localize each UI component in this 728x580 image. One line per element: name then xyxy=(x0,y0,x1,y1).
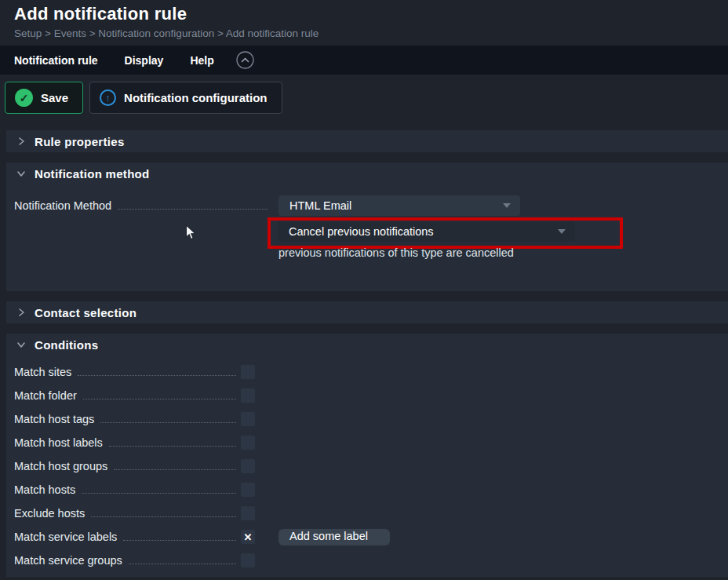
match-service-labels-checkbox[interactable]: ✕ xyxy=(241,530,255,544)
dropdown-arrow-icon xyxy=(503,203,511,208)
section-contact-selection: Contact selection xyxy=(6,301,728,323)
condition-label: Match host labels xyxy=(14,436,103,449)
dotted-leader xyxy=(114,461,236,470)
dotted-leader xyxy=(78,367,236,376)
condition-row-exclude-hosts: Exclude hosts xyxy=(6,502,728,525)
section-conditions: Conditions Match sites Match folder Matc… xyxy=(6,334,728,577)
dotted-leader xyxy=(109,438,236,447)
toolbar: ✓ Save ↑ Notification configuration xyxy=(0,75,728,114)
condition-row-match-host-tags: Match host tags xyxy=(6,407,728,431)
menu-help[interactable]: Help xyxy=(190,54,213,67)
dotted-leader xyxy=(129,556,236,564)
section-header-conditions[interactable]: Conditions xyxy=(6,334,728,356)
page-header: Add notification rule Setup > Events > N… xyxy=(0,0,728,46)
match-host-groups-checkbox[interactable] xyxy=(241,459,255,473)
section-rule-properties: Rule properties xyxy=(6,130,728,152)
notification-configuration-button[interactable]: ↑ Notification configuration xyxy=(89,82,282,114)
dotted-leader xyxy=(123,532,236,541)
page-title: Add notification rule xyxy=(14,4,714,24)
condition-label: Match host tags xyxy=(14,413,94,425)
condition-label: Match sites xyxy=(14,366,71,378)
match-host-tags-checkbox[interactable] xyxy=(241,412,255,426)
menu-display[interactable]: Display xyxy=(125,54,164,67)
chevron-down-icon xyxy=(16,340,26,349)
condition-label: Match folder xyxy=(14,389,77,402)
chevron-down-icon xyxy=(16,169,26,178)
condition-row-match-host-labels: Match host labels xyxy=(6,431,728,454)
notification-configuration-label: Notification configuration xyxy=(124,91,267,104)
notification-method-label: Notification Method xyxy=(14,199,111,212)
condition-row-match-service-labels: Match service labels ✕ Add some label xyxy=(6,525,728,549)
condition-row-match-sites: Match sites xyxy=(6,360,728,384)
section-header-rule-properties[interactable]: Rule properties xyxy=(6,130,728,152)
condition-row-match-service-groups: Match service groups xyxy=(6,549,728,572)
save-button-label: Save xyxy=(41,91,68,104)
match-service-groups-checkbox[interactable] xyxy=(241,553,255,567)
dropdown-arrow-icon xyxy=(558,229,566,234)
condition-row-match-host-groups: Match host groups xyxy=(6,454,728,478)
save-button[interactable]: ✓ Save xyxy=(5,82,83,114)
match-folder-checkbox[interactable] xyxy=(241,388,255,403)
dotted-leader xyxy=(91,509,236,517)
exclude-hosts-checkbox[interactable] xyxy=(241,506,255,520)
match-hosts-checkbox[interactable] xyxy=(241,483,255,497)
chevron-right-icon xyxy=(16,137,26,146)
section-title: Contact selection xyxy=(35,306,136,319)
section-title: Notification method xyxy=(35,167,150,181)
condition-label: Match service groups xyxy=(14,554,122,567)
condition-label: Match hosts xyxy=(14,483,75,496)
match-host-labels-checkbox[interactable] xyxy=(241,436,255,450)
cancel-notifications-select-value: Cancel previous notifications xyxy=(289,225,434,238)
condition-row-match-folder: Match folder xyxy=(6,384,728,407)
conditions-rows: Match sites Match folder Match host tags… xyxy=(6,356,728,572)
menubar: Notification rule Display Help xyxy=(0,46,728,75)
dotted-leader xyxy=(82,485,236,494)
notification-method-select-value: HTML Email xyxy=(289,199,351,212)
dotted-leader xyxy=(118,201,268,210)
dotted-leader xyxy=(83,391,236,399)
up-arrow-circle-icon: ↑ xyxy=(100,89,116,106)
cancel-help-text: previous notifications of this type are … xyxy=(278,246,514,259)
form-content: Rule properties Notification method Noti… xyxy=(6,130,728,577)
section-header-notification-method[interactable]: Notification method xyxy=(6,162,728,184)
notification-method-select[interactable]: HTML Email xyxy=(278,195,520,216)
section-title: Conditions xyxy=(35,338,98,352)
condition-label: Exclude hosts xyxy=(14,507,85,520)
check-circle-icon: ✓ xyxy=(15,89,33,107)
chevron-up-circle-icon[interactable] xyxy=(236,51,254,69)
condition-row-match-hosts: Match hosts xyxy=(6,478,728,502)
match-sites-checkbox[interactable] xyxy=(241,365,255,379)
condition-label: Match service labels xyxy=(14,531,117,543)
section-title: Rule properties xyxy=(35,135,125,148)
service-label-input[interactable]: Add some label xyxy=(278,529,390,545)
cancel-notifications-select[interactable]: Cancel previous notifications xyxy=(278,221,575,242)
chevron-right-icon xyxy=(16,308,26,317)
dotted-leader xyxy=(100,414,236,423)
breadcrumb: Setup > Events > Notification configurat… xyxy=(14,27,714,39)
condition-label: Match host groups xyxy=(14,460,107,472)
notification-method-row: Notification Method HTML Email xyxy=(6,194,728,217)
menu-notification-rule[interactable]: Notification rule xyxy=(14,54,98,67)
section-header-contact-selection[interactable]: Contact selection xyxy=(6,301,728,323)
section-notification-method: Notification method Notification Method … xyxy=(6,162,728,291)
